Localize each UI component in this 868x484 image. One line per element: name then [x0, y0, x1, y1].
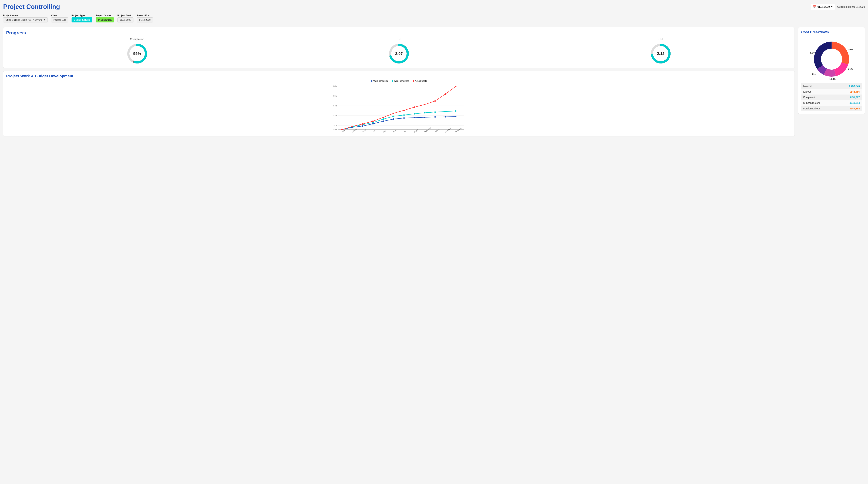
cost-row-labour: Labour $545,456	[801, 89, 862, 94]
cost-value-foreign-labour: $147,854	[836, 106, 862, 111]
svg-point-47	[455, 116, 457, 117]
project-name-value[interactable]: Office Building Mickle Ave. Newyork ▼	[3, 18, 48, 23]
completion-gauge: Completion 55%	[126, 38, 149, 65]
work-performed-line	[342, 111, 456, 129]
spi-gauge: SPI 2.07	[388, 38, 410, 65]
svg-text:$5m: $5m	[334, 85, 337, 87]
svg-text:$1m: $1m	[334, 124, 337, 126]
svg-text:April: April	[372, 129, 376, 133]
work-scheduled-line	[342, 117, 456, 129]
cost-name-subcontractors: Subcontractors	[801, 100, 836, 106]
svg-point-40	[383, 120, 384, 122]
svg-text:8%: 8%	[812, 73, 815, 75]
svg-text:$2m: $2m	[334, 115, 337, 117]
chart-legend: Work scheduled Work performed Actual Cos…	[6, 80, 792, 82]
svg-text:November: November	[444, 127, 452, 133]
project-start-label: Project Start	[118, 14, 133, 17]
svg-text:June: June	[393, 129, 397, 133]
svg-point-57	[434, 111, 436, 113]
date-picker-value: 01.01.2020	[817, 5, 830, 8]
legend-work-performed: Work performed	[392, 80, 409, 82]
svg-point-56	[424, 112, 426, 114]
project-status-label: Project Status	[96, 14, 114, 17]
cost-row-foreign-labour: Foreign Labour $147,854	[801, 106, 862, 111]
svg-text:August: August	[413, 128, 418, 133]
svg-text:$4m: $4m	[334, 95, 337, 97]
cost-name-foreign-labour: Foreign Labour	[801, 106, 836, 111]
svg-text:11.3%: 11.3%	[830, 78, 836, 80]
svg-text:2.07: 2.07	[395, 51, 403, 56]
svg-point-62	[362, 123, 363, 125]
progress-section: Progress Completion 55% SPI	[3, 27, 795, 68]
svg-text:July: July	[403, 130, 406, 133]
cost-value-material: $ 456,545	[836, 83, 862, 89]
svg-point-58	[445, 111, 446, 112]
client-group: Client Partner LLC	[51, 14, 68, 23]
svg-point-55	[414, 113, 415, 115]
cost-name-material: Material	[801, 83, 836, 89]
client-value: Partner LLC	[51, 18, 68, 23]
cost-value-subcontractors: $548,214	[836, 100, 862, 106]
cost-row-equipment: Equipment $451,887	[801, 94, 862, 100]
svg-text:2.12: 2.12	[657, 51, 664, 56]
cost-value-equipment: $451,887	[836, 94, 862, 100]
project-status-value: In Execution	[96, 18, 114, 23]
project-type-group: Project Type Design & Build	[71, 14, 92, 23]
header-fields: Project Name Office Building Mickle Ave.…	[3, 12, 865, 24]
right-panel: Cost Breakdown	[798, 27, 865, 137]
cpi-gauge-svg: 2.12	[649, 42, 672, 65]
cost-name-labour: Labour	[801, 89, 836, 94]
donut-wrapper: 30% 16% 11.3% 8% 34.7%	[801, 36, 862, 82]
project-end-label: Project End	[137, 14, 153, 17]
svg-text:34.7%: 34.7%	[810, 52, 817, 54]
project-type-value: Design & Build	[71, 18, 92, 23]
project-end-group: Project End 01.12.2020	[137, 14, 153, 23]
svg-text:55%: 55%	[133, 51, 141, 56]
date-controls: 📅 01.01.2020 ▼ Current date: 01-01-2020	[811, 4, 865, 10]
svg-text:30%: 30%	[848, 48, 853, 51]
svg-point-68	[424, 104, 426, 105]
cost-table: Material $ 456,545 Labour $545,456 Equip…	[801, 83, 862, 111]
page-title: Project Controlling	[3, 3, 60, 10]
completion-label: Completion	[130, 38, 144, 41]
client-label: Client	[51, 14, 68, 17]
svg-point-67	[414, 107, 415, 108]
cost-name-equipment: Equipment	[801, 94, 836, 100]
dropdown-arrow-icon: ▼	[43, 19, 45, 21]
completion-gauge-svg: 55%	[126, 42, 149, 65]
svg-point-59	[455, 110, 457, 112]
svg-text:$0m: $0m	[334, 128, 337, 131]
project-start-group: Project Start 01.01.2020	[118, 14, 133, 23]
svg-point-65	[393, 113, 394, 114]
date-picker-button[interactable]: 📅 01.01.2020 ▼	[811, 4, 835, 10]
main-content: Progress Completion 55% SPI	[3, 27, 865, 137]
svg-text:December: December	[455, 127, 462, 133]
project-end-value: 01.12.2020	[137, 18, 153, 23]
legend-actual-costs: Actual Costs	[413, 80, 427, 82]
svg-point-61	[351, 126, 353, 127]
project-status-group: Project Status In Execution	[96, 14, 114, 23]
cpi-gauge: CPI 2.12	[649, 38, 672, 65]
left-panel: Progress Completion 55% SPI	[3, 27, 795, 137]
project-type-label: Project Type	[71, 14, 92, 17]
svg-point-53	[393, 116, 394, 117]
svg-text:February: February	[351, 128, 358, 133]
project-name-label: Project Name	[3, 14, 48, 17]
svg-point-46	[445, 116, 446, 118]
donut-chart-svg: 30% 16% 11.3% 8% 34.7%	[807, 36, 856, 82]
svg-text:October: October	[434, 128, 440, 133]
spi-label: SPI	[397, 38, 401, 41]
svg-point-69	[434, 100, 436, 102]
svg-point-64	[383, 117, 384, 118]
legend-actual-costs-label: Actual Costs	[415, 80, 427, 82]
svg-point-77	[822, 50, 841, 69]
calendar-icon: 📅	[813, 5, 816, 8]
cpi-label: CPI	[658, 38, 663, 41]
cost-title: Cost Breakdown	[801, 30, 862, 34]
project-name-group: Project Name Office Building Mickle Ave.…	[3, 14, 48, 23]
svg-point-38	[362, 125, 363, 127]
svg-point-41	[393, 118, 394, 120]
current-date-label: Current date: 01-01-2020	[837, 5, 865, 8]
svg-text:16%: 16%	[848, 67, 853, 70]
svg-text:$3m: $3m	[334, 105, 337, 107]
